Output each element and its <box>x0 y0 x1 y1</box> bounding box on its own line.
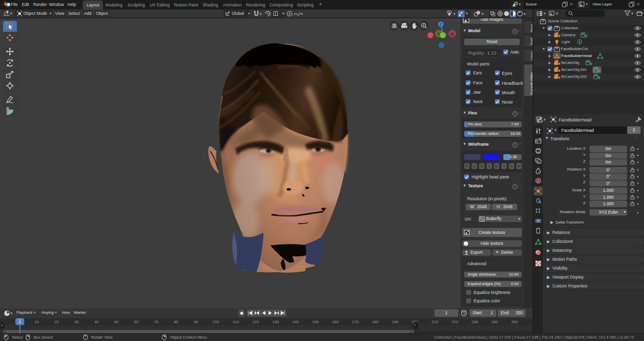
svg-text:Z: Z <box>440 22 442 27</box>
svg-text:?: ? <box>514 185 516 188</box>
svg-text:X: X <box>451 32 454 37</box>
svg-text:?: ? <box>514 112 516 115</box>
svg-text:?: ? <box>514 30 516 33</box>
svg-text:?: ? <box>514 143 516 147</box>
